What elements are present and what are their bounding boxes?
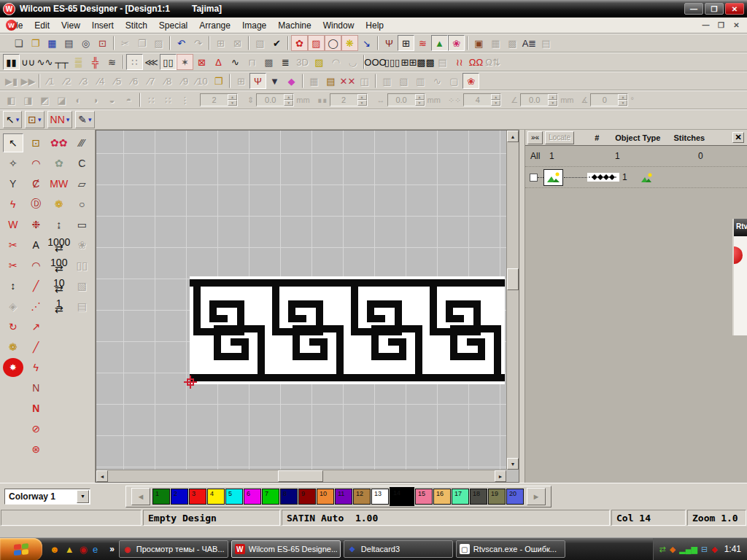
measure-button[interactable]: ↘ bbox=[358, 35, 375, 51]
stop-hand-tool[interactable]: ✸ bbox=[3, 358, 23, 377]
tray-network-icon[interactable]: ⊟ bbox=[701, 545, 708, 554]
spin-up-button[interactable]: ▲ bbox=[491, 94, 500, 100]
chevron-down-icon[interactable]: ▼ bbox=[77, 490, 89, 503]
select-tool[interactable]: ↖ ▾ bbox=[3, 111, 22, 128]
circle-run-tool[interactable]: Ȼ bbox=[26, 174, 46, 193]
separator[interactable] bbox=[377, 36, 379, 50]
stitch-adjust-button[interactable]: Ω⇅ bbox=[484, 54, 501, 70]
travel-updown-tool[interactable]: ↕ bbox=[3, 276, 23, 295]
colorway-select[interactable]: Colorway 1 ▼ bbox=[4, 489, 90, 505]
layout-button[interactable]: ▩ bbox=[504, 35, 521, 51]
separator[interactable] bbox=[375, 74, 376, 88]
rotate-ccw-button[interactable]: ◑ bbox=[87, 92, 104, 108]
property-sheet-button[interactable]: ▤ bbox=[322, 73, 339, 89]
curl-stitch-button[interactable]: ΩΩ bbox=[468, 54, 484, 70]
color-chip[interactable]: 1 bbox=[152, 489, 170, 505]
spin-down-button[interactable]: ▼ bbox=[415, 100, 425, 106]
quick-launch-delta-icon[interactable]: ▲ bbox=[65, 544, 74, 555]
object-list-all-row[interactable]: All 1 1 0 bbox=[525, 146, 747, 167]
weave-fill-button[interactable]: ⊞⊞ bbox=[400, 54, 417, 70]
fancy-fill-button[interactable]: ⋘ bbox=[143, 54, 160, 70]
background-button[interactable]: ▤ bbox=[538, 35, 554, 51]
travel-6-button[interactable]: ∕6 bbox=[126, 73, 143, 89]
lattice-fill-button[interactable]: ╬ bbox=[87, 54, 104, 70]
chevron-down-icon[interactable]: ▾ bbox=[16, 116, 20, 123]
design-canvas[interactable] bbox=[96, 131, 506, 470]
stitch-effect-e-button[interactable]: ▢ bbox=[446, 73, 462, 89]
tray-signal-icon[interactable]: ▂▄▆ bbox=[679, 545, 697, 554]
color-film-button[interactable]: ❀ bbox=[462, 73, 479, 89]
locate-button[interactable]: Locate bbox=[545, 131, 574, 144]
separator[interactable] bbox=[139, 93, 141, 107]
scatter-view-button[interactable]: ❋ bbox=[341, 35, 358, 51]
scroll-up-icon[interactable]: ▲ bbox=[507, 131, 519, 142]
e-stitch-button[interactable]: ∪∪ bbox=[20, 54, 36, 70]
spin-down-button[interactable]: ▼ bbox=[357, 100, 367, 106]
menu-item[interactable]: Insert bbox=[86, 19, 120, 32]
mirror-right-button[interactable]: ◨ bbox=[20, 92, 36, 108]
arrow-diagonal-tool[interactable]: ↗ bbox=[26, 317, 46, 336]
travel-10-button[interactable]: ∕10 bbox=[193, 73, 210, 89]
color-chip[interactable]: 9 bbox=[298, 489, 316, 505]
collapse-panel-button[interactable]: »« bbox=[527, 131, 543, 144]
spinner-field[interactable]: 4 ▲▼ bbox=[463, 93, 501, 106]
weave-ball-tool[interactable]: ❉ bbox=[26, 215, 46, 234]
panel-splitter[interactable] bbox=[519, 130, 525, 483]
print-button[interactable]: ▤ bbox=[61, 35, 77, 51]
contour-fill-button[interactable]: ⊠ bbox=[193, 54, 210, 70]
horizontal-scrollbar[interactable]: ◄ ► bbox=[96, 470, 506, 482]
start-button[interactable] bbox=[0, 538, 42, 560]
task-rtvscan[interactable]: ▢ Rtvscan.exe - Ошибк... bbox=[456, 540, 565, 558]
bricks-tool[interactable]: ▤ bbox=[71, 297, 92, 316]
flower-lettering-tool[interactable]: ✿✿ bbox=[49, 133, 69, 152]
block-edit-button[interactable]: ▦ bbox=[306, 73, 322, 89]
column-view-button[interactable]: ◫ bbox=[356, 73, 373, 89]
input-n-filled-tool[interactable]: Ν bbox=[26, 399, 46, 418]
stitch-edit-tool[interactable]: ΝΝ ▾ bbox=[47, 111, 73, 128]
stitch-effect-c-button[interactable]: ▥ bbox=[412, 73, 429, 89]
new-design-button[interactable]: ❏ bbox=[10, 35, 27, 51]
satin-stitch-button[interactable]: ▮▮ bbox=[3, 54, 20, 70]
rotate-cw-button[interactable]: ◐ bbox=[70, 92, 87, 108]
palette-prev-button[interactable]: ◄ bbox=[131, 488, 150, 505]
spin-up-button[interactable]: ▲ bbox=[284, 94, 293, 100]
slow-redraw-button[interactable]: ▶▮ bbox=[3, 73, 20, 89]
color-chip[interactable]: 13 bbox=[371, 489, 389, 505]
spiral-fill-button[interactable]: ∆ bbox=[210, 54, 227, 70]
gradient-fill-button[interactable]: ▤ bbox=[434, 54, 451, 70]
motif-fill-button[interactable]: ▒ bbox=[70, 54, 87, 70]
spin-down-button[interactable]: ▼ bbox=[228, 100, 237, 106]
spinner-field[interactable]: 2 ▲▼ bbox=[330, 93, 368, 106]
minimize-button[interactable]: — bbox=[684, 3, 703, 15]
vertical-scrollbar[interactable]: ▲ ▼ bbox=[506, 131, 519, 470]
zigzag-stitch-button[interactable]: ∿∿ bbox=[36, 54, 53, 70]
rtvscan-window-sliver[interactable]: Rtv bbox=[732, 219, 747, 335]
separator[interactable] bbox=[123, 55, 124, 69]
dot-fill-button[interactable]: ∷ bbox=[126, 54, 143, 70]
cut-button[interactable]: ✂ bbox=[117, 35, 133, 51]
radial-fill-button[interactable]: ✶ bbox=[177, 54, 193, 70]
satin-column-button[interactable]: ▯▯ bbox=[160, 54, 177, 70]
density-button[interactable]: ≣ bbox=[277, 54, 294, 70]
satin-view-button[interactable]: ✿ bbox=[291, 35, 308, 51]
copy-button[interactable]: ❐ bbox=[133, 35, 150, 51]
travel-7-button[interactable]: ∕7 bbox=[143, 73, 160, 89]
size-1-tool[interactable]: 1 ⇄ bbox=[49, 297, 69, 316]
separator[interactable] bbox=[467, 36, 468, 50]
object-list-row[interactable]: 1 bbox=[525, 167, 747, 188]
menu-item[interactable]: View bbox=[55, 19, 86, 32]
color-chip[interactable]: 17 bbox=[452, 489, 469, 505]
circles-crossed-tool[interactable]: ⊘ bbox=[26, 419, 46, 438]
spin-down-button[interactable]: ▼ bbox=[618, 100, 627, 106]
menu-item[interactable]: Special bbox=[153, 19, 193, 32]
task-forum[interactable]: ◉ Просмотр темы - ЧАВ... bbox=[119, 540, 228, 558]
pile-stitch-button[interactable]: ▯▯▯ bbox=[384, 54, 400, 70]
stitch-density-view-button[interactable]: ▨ bbox=[308, 35, 325, 51]
spinner-field[interactable]: 0.0 ▲▼ bbox=[387, 93, 425, 106]
design-artwork[interactable] bbox=[190, 276, 505, 386]
open-object-button[interactable]: ❐ bbox=[210, 73, 227, 89]
slant-lines-tool[interactable]: ⁄⁄⁄ bbox=[71, 133, 92, 152]
menu-item[interactable]: Image bbox=[236, 19, 272, 32]
branch-tool[interactable]: Υ bbox=[3, 174, 23, 193]
manual-zigzag-tool[interactable]: ϟ bbox=[26, 358, 46, 377]
